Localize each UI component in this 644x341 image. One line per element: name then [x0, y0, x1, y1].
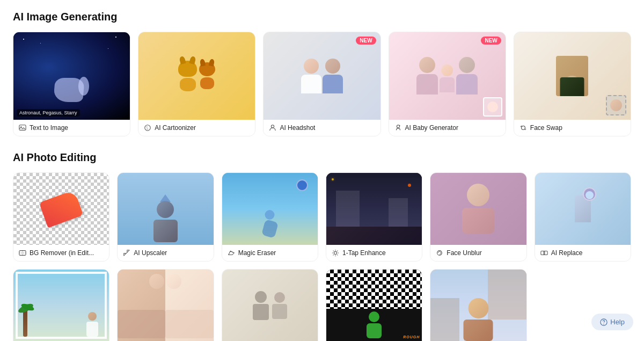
thumb-ai-headshot: NEW [264, 32, 380, 120]
svg-point-5 [399, 125, 400, 126]
card-ai-cartoonizer[interactable]: AI Cartoonizer [138, 32, 255, 136]
mona-face-inset [606, 95, 626, 115]
thumb-portrait [430, 270, 526, 341]
badge-new-headshot: NEW [356, 37, 376, 45]
thumb-text-to-image: Astronaut, Pegasus, Starry [13, 32, 130, 120]
unblur-icon [436, 249, 443, 257]
card-portrait[interactable]: 🖼 AI Portrait [430, 269, 526, 341]
thumb-ai-replace [535, 173, 631, 245]
card-label-text-to-image: Text to Image [13, 120, 130, 136]
thumb-magic-eraser [222, 173, 318, 245]
thumb-ai-cartoonizer [138, 32, 255, 120]
thumb-1-tap-enhance [326, 173, 422, 245]
help-button[interactable]: Help [591, 314, 633, 330]
card-effect[interactable]: ROUGH ✦ AI Effect [326, 269, 422, 341]
card-label-face-unblur: Face Unblur [430, 245, 526, 261]
eraser-icon [228, 249, 235, 257]
card-photo-border[interactable]: 📷 Photo Frames [13, 269, 109, 341]
bgremover-icon [19, 249, 26, 257]
card-ai-headshot[interactable]: NEW [263, 32, 380, 136]
thumb-face-swap [514, 32, 631, 120]
svg-point-12 [604, 323, 604, 324]
image-icon [19, 124, 26, 132]
card-ai-baby-generator[interactable]: NEW [389, 32, 506, 136]
upscaler-icon [123, 249, 130, 257]
thumb-colorize [118, 270, 213, 341]
card-label-face-swap: Face Swap [514, 120, 631, 136]
image-generating-grid: Astronaut, Pegasus, Starry Text to Image [13, 32, 631, 136]
astronaut-label: Astronaut, Pegasus, Starry [17, 109, 80, 117]
thumb-restore [222, 270, 318, 341]
thumb-photo-border [13, 270, 109, 341]
section-title-photo-editing: AI Photo Editing [13, 151, 631, 164]
faceswap-icon [519, 124, 527, 132]
card-magic-eraser[interactable]: Magic Eraser [222, 172, 318, 262]
ai-image-generating-section: AI Image Generating [13, 11, 631, 136]
thumb-bg-remover [13, 173, 109, 245]
card-bg-remover[interactable]: BG Remover (in Edit... [13, 172, 109, 262]
enhance-icon [332, 249, 339, 257]
card-text-to-image[interactable]: Astronaut, Pegasus, Starry Text to Image [13, 32, 130, 136]
thumb-effect: ROUGH [326, 270, 422, 341]
baby-inset-face [483, 97, 502, 117]
baby-icon [394, 124, 402, 132]
card-label-ai-replace: AI Replace [535, 245, 631, 261]
card-label-ai-baby-generator: AI Baby Generator [389, 120, 506, 136]
card-face-unblur[interactable]: Face Unblur [430, 172, 526, 262]
card-label-ai-cartoonizer: AI Cartoonizer [138, 120, 255, 136]
card-ai-upscaler[interactable]: AI Upscaler [117, 172, 214, 262]
cartoonizer-icon [144, 124, 151, 132]
svg-point-2 [145, 125, 151, 131]
ai-photo-editing-section: AI Photo Editing [13, 151, 631, 341]
svg-point-7 [334, 251, 336, 254]
badge-new-baby: NEW [481, 37, 501, 45]
thumb-face-unblur [430, 173, 526, 245]
card-face-swap[interactable]: Face Swap [514, 32, 631, 136]
thumb-ai-baby-generator: NEW [389, 32, 506, 120]
card-label-bg-remover: BG Remover (in Edit... [13, 245, 109, 261]
svg-point-3 [272, 125, 274, 128]
help-icon [600, 318, 608, 326]
section-title-image-generating: AI Image Generating [13, 11, 631, 23]
card-label-ai-upscaler: AI Upscaler [118, 245, 213, 261]
card-colorize[interactable]: ✦ Colorize Photo [117, 269, 214, 341]
card-1-tap-enhance[interactable]: 1-Tap Enhance [326, 172, 422, 262]
replace-icon [540, 249, 548, 257]
card-label-ai-headshot: AI Headshot [264, 120, 380, 136]
person-icon [269, 124, 276, 132]
card-ai-replace[interactable]: AI Replace [535, 172, 631, 262]
photo-editing-grid-row1: BG Remover (in Edit... [13, 172, 631, 262]
svg-rect-0 [19, 125, 26, 130]
card-label-magic-eraser: Magic Eraser [222, 245, 318, 261]
card-label-1-tap-enhance: 1-Tap Enhance [326, 245, 422, 261]
page-container: AI Image Generating [13, 11, 631, 341]
photo-editing-grid-row2: 📷 Photo Frames [13, 269, 631, 341]
thumb-ai-upscaler [118, 173, 213, 245]
card-restore[interactable]: 🖼 Photo Restore [222, 269, 318, 341]
